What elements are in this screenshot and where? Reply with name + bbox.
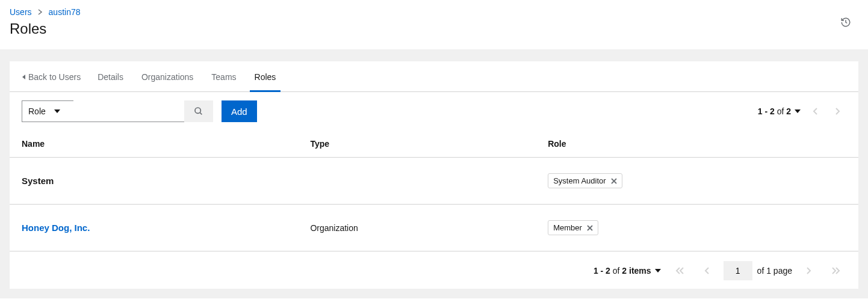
search-button[interactable] (184, 100, 213, 122)
page-title: Roles (10, 20, 858, 37)
page-number-input[interactable] (724, 261, 752, 280)
bottom-pagination-range-dropdown[interactable]: 1 - 2 of 2 items (594, 266, 661, 276)
col-name: Name (10, 131, 298, 158)
table-row: SystemSystem Auditor (10, 158, 858, 205)
breadcrumb-user-link[interactable]: austin78 (49, 7, 81, 17)
filter-type-label: Role (28, 106, 46, 116)
bottom-first-page[interactable] (669, 265, 690, 277)
bottom-last-page[interactable] (826, 265, 846, 277)
toolbar: Role Add (10, 92, 858, 131)
history-icon[interactable] (840, 17, 851, 28)
top-pagination-range-dropdown[interactable]: 1 - 2 of 2 (758, 106, 801, 116)
bottom-next-page[interactable] (801, 265, 817, 277)
filter-type-dropdown[interactable]: Role (22, 100, 73, 122)
caret-left-icon (22, 74, 26, 80)
bottom-prev-page[interactable] (698, 265, 715, 277)
top-of-word: of (777, 106, 784, 116)
tabs-nav: Back to Users Details Organizations Team… (10, 63, 858, 92)
back-to-users-label: Back to Users (28, 72, 81, 82)
table-row: Honey Dog, Inc.OrganizationMember (10, 205, 858, 251)
tab-teams[interactable]: Teams (211, 63, 236, 91)
col-type: Type (298, 131, 536, 158)
bottom-total-items: 2 items (622, 266, 651, 276)
role-chip-label: System Auditor (553, 176, 606, 185)
caret-down-icon (795, 109, 801, 113)
filter-group: Role (22, 100, 213, 122)
top-range: 1 - 2 (758, 106, 775, 116)
role-chip-label: Member (553, 223, 582, 232)
bottom-range: 1 - 2 (594, 266, 610, 276)
tab-organizations[interactable]: Organizations (141, 63, 193, 91)
breadcrumb: Users austin78 (10, 7, 858, 17)
back-to-users-link[interactable]: Back to Users (22, 63, 81, 91)
col-role: Role (536, 131, 858, 158)
caret-down-icon (54, 109, 60, 113)
svg-line-1 (200, 112, 202, 114)
search-icon (194, 106, 203, 116)
tab-details[interactable]: Details (98, 63, 123, 91)
chevron-right-icon (38, 9, 43, 15)
row-type (298, 158, 536, 205)
bottom-of-word: of (613, 266, 620, 276)
tab-roles[interactable]: Roles (255, 63, 276, 91)
add-button[interactable]: Add (222, 100, 257, 122)
breadcrumb-users-link[interactable]: Users (10, 7, 32, 17)
row-name-link[interactable]: Honey Dog, Inc. (22, 223, 90, 233)
caret-down-icon (655, 269, 661, 273)
top-pagination: 1 - 2 of 2 (758, 105, 846, 117)
top-prev-page[interactable] (807, 105, 823, 117)
top-next-page[interactable] (829, 105, 846, 117)
role-chip: System Auditor (548, 173, 622, 188)
remove-role-icon[interactable] (611, 178, 617, 184)
svg-point-0 (195, 108, 200, 113)
top-total: 2 (786, 106, 791, 116)
role-chip: Member (548, 220, 598, 235)
roles-table: Name Type Role SystemSystem AuditorHoney… (10, 131, 858, 251)
bottom-pagination: 1 - 2 of 2 items of 1 page (10, 251, 858, 289)
remove-role-icon[interactable] (587, 225, 593, 231)
search-input[interactable] (73, 100, 184, 122)
roles-card: Back to Users Details Organizations Team… (10, 61, 858, 289)
row-name: System (22, 176, 54, 186)
of-pages-label: of 1 page (757, 266, 792, 276)
row-type: Organization (298, 205, 536, 251)
